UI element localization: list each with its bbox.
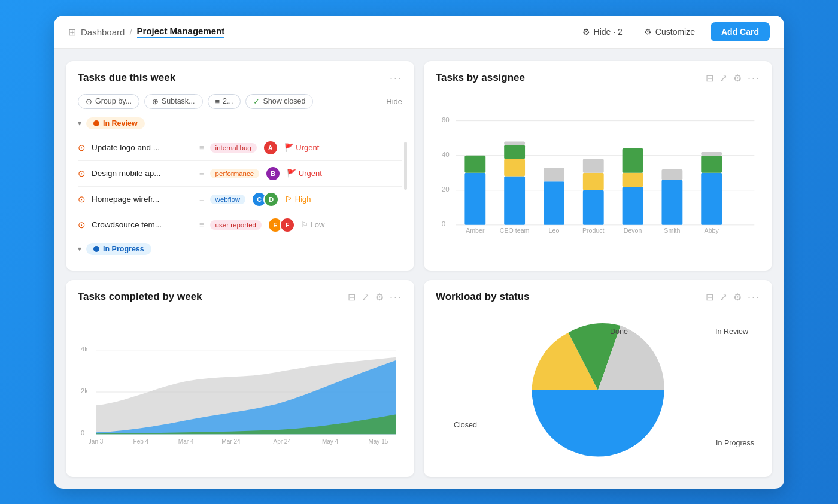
pie-chart-more-icon[interactable]: ···: [748, 291, 760, 303]
bar-chart-area: 0 20 40 60 Amber: [424, 90, 772, 258]
group-inprogress-badge: In Progress: [86, 243, 151, 255]
svg-text:0: 0: [81, 429, 84, 436]
svg-rect-17: [544, 168, 564, 181]
task-name: Design mobile ap...: [92, 169, 193, 178]
svg-text:May 4: May 4: [322, 438, 339, 445]
bar-chart-actions: ⊟ ⤢ ⚙ ···: [706, 72, 760, 84]
number-filter-label: 2...: [223, 97, 233, 105]
check-icon: ✓: [253, 97, 260, 106]
hide-button[interactable]: ⚙ Hide · 2: [576, 23, 628, 40]
task-avatars: A: [263, 140, 278, 156]
add-card-button[interactable]: Add Card: [711, 22, 770, 41]
dashboard-label[interactable]: Dashboard: [81, 27, 125, 37]
svg-text:Product: Product: [582, 227, 605, 234]
customize-button[interactable]: ⚙ Customize: [638, 23, 701, 40]
filter-icon[interactable]: ⊟: [706, 72, 713, 84]
svg-rect-28: [661, 169, 682, 179]
table-row: ⊙ Homepage wirefr... ≡ webflow C D 🏳 Hig…: [78, 187, 402, 212]
pie-chart-area: Done In Review Closed In Progress: [424, 309, 772, 477]
task-lines-icon: ≡: [199, 195, 204, 204]
breadcrumb: ⊞ Dashboard / Project Management: [68, 26, 224, 38]
svg-rect-23: [623, 186, 643, 224]
top-bar: ⊞ Dashboard / Project Management ⚙ Hide …: [54, 16, 784, 49]
svg-rect-11: [504, 176, 525, 224]
svg-rect-24: [623, 172, 643, 186]
table-row: ⊙ Design mobile ap... ≡ performance B 🚩 …: [78, 161, 402, 187]
avatar: B: [265, 166, 281, 181]
area-chart-svg: 0 2k 4k Jan 3 Feb 4 Mar 4: [78, 309, 402, 453]
bar-chart-more-icon[interactable]: ···: [748, 72, 760, 84]
number-filter[interactable]: ≡ 2...: [208, 94, 241, 109]
tasks-list: ▾ In Review ⊙ Update logo and ... ≡ inte…: [66, 117, 414, 271]
gear-icon[interactable]: ⚙: [375, 292, 384, 303]
main-container: ⊞ Dashboard / Project Management ⚙ Hide …: [54, 16, 784, 489]
bar-chart-card: Tasks by assignee ⊟ ⤢ ⚙ ··· 0 20 40 60: [424, 61, 772, 271]
svg-text:Amber: Amber: [466, 227, 485, 234]
filter-icon: ≡: [215, 97, 220, 106]
svg-text:60: 60: [442, 115, 450, 123]
svg-text:Smith: Smith: [664, 227, 680, 234]
task-tag: performance: [210, 169, 260, 178]
svg-text:Feb 4: Feb 4: [133, 438, 149, 445]
svg-text:Jan 3: Jan 3: [89, 438, 104, 445]
task-priority: 🚩 Urgent: [287, 169, 323, 178]
gear-icon[interactable]: ⚙: [733, 292, 742, 303]
svg-text:2k: 2k: [81, 387, 88, 394]
expand-icon[interactable]: ⤢: [719, 292, 727, 303]
task-priority: ⚐ Low: [301, 220, 337, 229]
svg-rect-9: [464, 155, 485, 172]
expand-icon[interactable]: ⤢: [362, 292, 369, 303]
group-inprogress-arrow[interactable]: ▾: [78, 245, 81, 253]
filter-icon[interactable]: ⊟: [348, 292, 356, 303]
tasks-due-card: Tasks due this week ··· ⊙ Group by... ⊕ …: [66, 61, 414, 271]
task-tag: internal bug: [210, 143, 257, 153]
show-closed-label: Show closed: [263, 97, 305, 105]
pie-label-inreview: In Review: [715, 327, 748, 336]
task-avatars: C D: [251, 192, 279, 207]
area-chart-header: Tasks completed by week ⊟ ⤢ ⚙ ···: [66, 280, 414, 309]
area-chart-actions: ⊟ ⤢ ⚙ ···: [348, 291, 402, 303]
group-by-filter[interactable]: ⊙ Group by...: [78, 94, 139, 109]
svg-rect-13: [504, 145, 525, 159]
gear-icon[interactable]: ⚙: [733, 72, 742, 84]
tasks-filters: ⊙ Group by... ⊕ Subtask... ≡ 2... ✓ Show…: [66, 90, 414, 115]
page-title: Project Management: [137, 26, 225, 38]
svg-text:Devon: Devon: [624, 227, 642, 234]
svg-text:Mar 24: Mar 24: [221, 438, 241, 445]
bar-chart-svg: 0 20 40 60 Amber: [436, 90, 760, 246]
svg-rect-16: [544, 181, 564, 225]
filter-icon[interactable]: ⊟: [706, 292, 713, 303]
svg-rect-32: [701, 151, 722, 155]
svg-rect-30: [701, 172, 722, 224]
hide-columns-button[interactable]: Hide: [386, 97, 402, 106]
svg-rect-14: [504, 141, 525, 145]
pie-label-done: Done: [610, 327, 628, 336]
task-status-icon: ⊙: [78, 220, 86, 230]
pie-chart-title: Workload by status: [436, 291, 530, 303]
svg-rect-19: [583, 190, 604, 224]
customize-label: Customize: [655, 27, 695, 37]
task-lines-icon: ≡: [199, 220, 204, 229]
svg-text:4k: 4k: [81, 345, 88, 352]
svg-rect-20: [583, 172, 604, 190]
expand-icon[interactable]: ⤢: [719, 72, 727, 84]
dashboard-grid: Tasks due this week ··· ⊙ Group by... ⊕ …: [54, 49, 784, 489]
group-review-header: ▾ In Review: [78, 117, 402, 129]
show-closed-filter[interactable]: ✓ Show closed: [245, 94, 313, 109]
group-review-arrow[interactable]: ▾: [78, 119, 81, 127]
subtask-filter[interactable]: ⊕ Subtask...: [144, 94, 203, 109]
task-tag: webflow: [210, 195, 246, 204]
gear-icon: ⚙: [644, 27, 652, 37]
svg-text:0: 0: [442, 219, 445, 227]
tasks-due-more-icon[interactable]: ···: [390, 72, 402, 84]
hide-label: Hide · 2: [594, 27, 623, 37]
group-review-badge: In Review: [86, 117, 145, 129]
task-name: Crowdsource tem...: [92, 220, 193, 229]
area-chart-more-icon[interactable]: ···: [390, 291, 402, 303]
table-row: ⊙ Crowdsource tem... ≡ user reported E F…: [78, 212, 402, 238]
tasks-due-header: Tasks due this week ···: [66, 61, 414, 90]
review-dot: [93, 120, 99, 126]
avatar: A: [263, 140, 278, 156]
svg-rect-31: [701, 155, 722, 172]
svg-text:CEO team: CEO team: [500, 227, 530, 234]
